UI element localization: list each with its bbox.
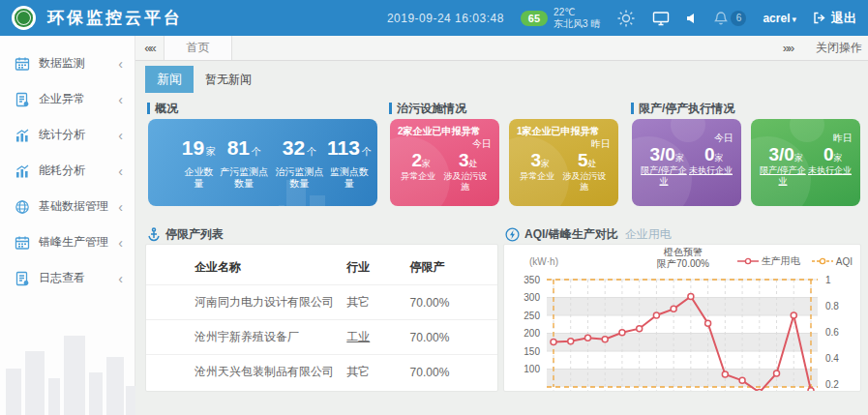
user-menu[interactable]: acrel▾ xyxy=(763,12,796,25)
sidebar-item-enterprise-anomaly[interactable]: 企业异常 ‹ xyxy=(0,81,135,117)
chevron-left-icon: ‹ xyxy=(118,200,123,214)
close-operations-menu[interactable]: 关闭操作 xyxy=(816,40,862,56)
svg-text:300: 300 xyxy=(524,292,540,303)
card-headline: 2家企业已申报异常 xyxy=(398,126,492,137)
treatment-today-card: 2家企业已申报异常 今日 2家 3处 异常企业 涉及治污设施 xyxy=(390,119,499,206)
svg-text:0.2: 0.2 xyxy=(825,379,839,390)
report-icon xyxy=(15,271,30,286)
page-tab-bar: «« 首页 »» 关闭操作 xyxy=(135,36,868,61)
sidebar-item-data-monitoring[interactable]: 数据监测 ‹ xyxy=(0,45,135,81)
svg-text:150: 150 xyxy=(524,346,540,357)
chart-plot-area: 35030025020015010010.80.60.40.2 xyxy=(504,245,860,392)
table-row: 河南同力电力设计有限公司 其它 70.00% xyxy=(146,285,497,320)
sidebar-item-label: 数据监测 xyxy=(39,55,85,72)
sidebar-item-label: 统计分析 xyxy=(39,127,85,143)
environmental-cloud-dashboard: 环保监控云平台 2019-09-24 16:03:48 65 22℃ 东北风3 … xyxy=(0,0,868,415)
pending-companies-link[interactable]: 未执行企业 xyxy=(808,165,852,186)
monitor-icon[interactable] xyxy=(652,11,670,26)
chevron-left-icon: ‹ xyxy=(118,272,123,285)
speaker-icon[interactable] xyxy=(686,13,698,24)
sidebar-item-statistics[interactable]: 统计分析 ‹ xyxy=(0,117,135,153)
stat-pollution-points: 81个 产污监测点数量 xyxy=(217,136,272,190)
sidebar-item-energy-analysis[interactable]: 能耗分析 ‹ xyxy=(0,153,135,189)
lightning-circle-icon xyxy=(505,227,520,242)
table-header-row: 企业名称 行业 停限产 xyxy=(146,251,497,285)
sun-weather-icon xyxy=(616,9,636,28)
card-day-label: 昨日 xyxy=(759,132,853,144)
svg-text:0.4: 0.4 xyxy=(825,353,839,364)
production-today-card: 今日 3/0家 0家 限产/停产企业 未执行企业 xyxy=(632,119,741,206)
bar-chart-icon xyxy=(15,163,30,179)
section-title-overview: 概况 xyxy=(147,102,178,115)
section-title-treatment: 治污设施情况 xyxy=(389,102,466,115)
svg-text:100: 100 xyxy=(524,364,540,374)
chevron-left-icon: ‹ xyxy=(118,164,123,178)
card-day-label: 昨日 xyxy=(517,137,611,150)
notifications[interactable]: 6 xyxy=(714,11,746,26)
svg-text:250: 250 xyxy=(524,311,540,321)
stat-treatment-points: 32个 治污监测点数量 xyxy=(272,136,327,190)
svg-text:0.6: 0.6 xyxy=(825,327,839,338)
logout-icon xyxy=(813,12,826,24)
chevron-left-icon: ‹ xyxy=(118,93,123,106)
svg-text:0.8: 0.8 xyxy=(825,301,839,311)
limited-companies-link[interactable]: 限产/停产企业 xyxy=(760,165,806,186)
chart-title: AQI/错峰生产对比 企业用电 xyxy=(505,226,672,243)
logout-button[interactable]: 退出 xyxy=(813,10,856,27)
stat-enterprise-count: 19家 企业数量 xyxy=(181,136,217,190)
limited-companies-link[interactable]: 限产/停产企业 xyxy=(641,165,687,186)
sidebar-item-label: 基础数据管理 xyxy=(39,198,108,215)
aqi-badge: 65 xyxy=(521,11,548,26)
temperature: 22℃ xyxy=(554,7,575,17)
overview-stats-card: 19家 企业数量 81个 产污监测点数量 32个 治污监测点数量 113个 监测… xyxy=(148,119,377,206)
main-content: «« 首页 »» 关闭操作 新闻 暂无新闻 概况 治污设施情况 限产/停产执行情… xyxy=(135,36,868,415)
datetime: 2019-09-24 16:03:48 xyxy=(387,12,504,25)
report-icon xyxy=(15,92,30,107)
top-header: 环保监控云平台 2019-09-24 16:03:48 65 22℃ 东北风3 … xyxy=(0,0,868,36)
halt-list-panel: 企业名称 行业 停限产 河南同力电力设计有限公司 其它 70.00% 沧州宇新养… xyxy=(145,244,498,392)
app-logo-icon xyxy=(12,6,36,30)
aqi-chart-panel: (kW·h) 橙色预警 限产70.00% 生产用电 AQI 3503002502… xyxy=(503,244,861,392)
svg-text:200: 200 xyxy=(524,328,540,339)
production-yesterday-card: 昨日 3/0家 0家 限产/停产企业 未执行企业 xyxy=(751,119,860,206)
tabs-scroll-right-button[interactable]: »» xyxy=(773,41,802,55)
bar-chart-icon xyxy=(15,128,30,143)
industry-link[interactable]: 工业 xyxy=(343,320,405,355)
chevron-left-icon: ‹ xyxy=(118,57,123,71)
tabs-scroll-left-button[interactable]: «« xyxy=(135,36,165,60)
card-day-label: 今日 xyxy=(398,137,492,150)
svg-text:1: 1 xyxy=(825,275,831,285)
pending-companies-link[interactable]: 未执行企业 xyxy=(689,165,733,186)
card-day-label: 今日 xyxy=(640,132,733,144)
section-title-production: 限产/停产执行情况 xyxy=(631,102,734,115)
svg-text:350: 350 xyxy=(524,275,540,285)
news-tab[interactable]: 新闻 xyxy=(145,66,194,93)
weather-widget: 65 22℃ 东北风3 晴 xyxy=(521,7,601,30)
sidebar-nav: 数据监测 ‹ 企业异常 ‹ 统计分析 ‹ 能耗分析 ‹ 基础数据管理 ‹ 错峰生… xyxy=(0,36,135,415)
halt-list-table: 企业名称 行业 停限产 河南同力电力设计有限公司 其它 70.00% 沧州宇新养… xyxy=(146,251,497,389)
halt-list-title: 停限产列表 xyxy=(147,226,224,243)
anchor-icon xyxy=(147,227,161,242)
stat-monitor-points: 113个 监测点数量 xyxy=(327,136,372,190)
line-chart: (kW·h) 橙色预警 限产70.00% 生产用电 AQI 3503002502… xyxy=(504,245,860,391)
sidebar-item-label: 日志查看 xyxy=(39,270,85,286)
card-headline: 1家企业已申报异常 xyxy=(517,126,611,137)
tab-home[interactable]: 首页 xyxy=(165,36,232,60)
chevron-left-icon: ‹ xyxy=(118,236,123,250)
news-message: 暂无新闻 xyxy=(205,72,252,88)
calendar-icon xyxy=(15,235,30,251)
sidebar-item-log-view[interactable]: 日志查看 ‹ xyxy=(0,260,135,296)
sidebar-item-label: 能耗分析 xyxy=(39,163,85,179)
bell-icon[interactable] xyxy=(714,11,728,25)
news-bar: 新闻 暂无新闻 xyxy=(145,66,252,93)
calendar-icon xyxy=(15,56,30,72)
app-title: 环保监控云平台 xyxy=(47,7,183,29)
table-row: 沧州天兴包装制品有限公司 其它 70.00% xyxy=(146,355,497,390)
caret-down-icon: ▾ xyxy=(792,15,796,24)
chart-subtitle: 企业用电 xyxy=(625,226,672,243)
sidebar-item-base-data[interactable]: 基础数据管理 ‹ xyxy=(0,189,135,224)
sidebar-item-peak-production[interactable]: 错峰生产管理 ‹ xyxy=(0,224,135,260)
table-row: 沧州宇新养殖设备厂 工业 70.00% xyxy=(146,320,497,355)
globe-icon xyxy=(15,199,30,215)
chevron-left-icon: ‹ xyxy=(118,129,123,142)
